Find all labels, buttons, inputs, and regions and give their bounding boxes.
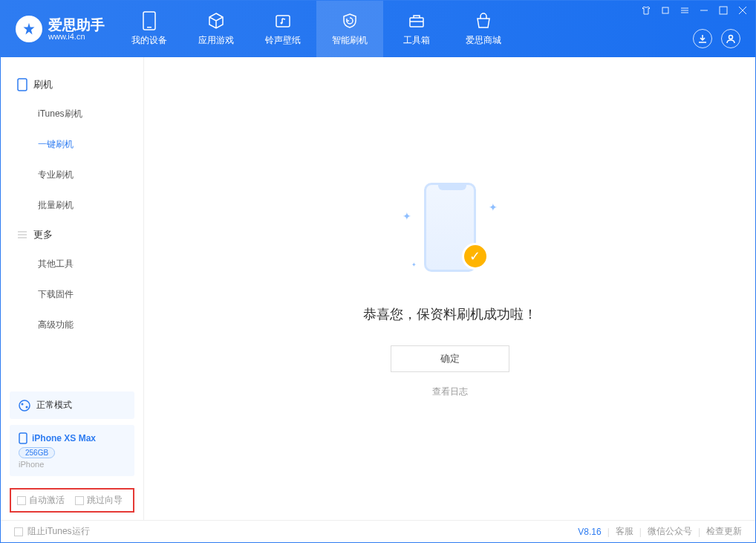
block-itunes-checkbox[interactable]: 阻止iTunes运行 <box>14 525 90 538</box>
menu-icon[interactable] <box>680 5 690 16</box>
mode-card[interactable]: 正常模式 <box>10 391 134 419</box>
tab-ringtones[interactable]: 铃声壁纸 <box>250 1 316 57</box>
svg-rect-5 <box>662 7 668 13</box>
sidebar-item-advanced[interactable]: 高级功能 <box>1 310 143 340</box>
svg-rect-2 <box>276 16 290 27</box>
tab-apps-games[interactable]: 应用游戏 <box>183 1 250 57</box>
header-actions <box>693 29 740 48</box>
svg-rect-8 <box>18 79 27 91</box>
app-url: www.i4.cn <box>48 32 105 41</box>
customer-service-link[interactable]: 客服 <box>616 525 633 538</box>
sidebar-item-itunes-flash[interactable]: iTunes刷机 <box>1 99 143 129</box>
tab-store[interactable]: 爱思商城 <box>450 1 517 57</box>
svg-point-11 <box>26 406 28 408</box>
maximize-icon[interactable] <box>718 5 729 16</box>
view-log-link[interactable]: 查看日志 <box>432 386 468 398</box>
svg-rect-4 <box>410 18 423 27</box>
success-illustration: ✦ ✦ ✦ ✓ <box>398 179 502 283</box>
header: 爱思助手 www.i4.cn 我的设备 应用游戏 铃声壁纸 智能刷机 工具箱 爱… <box>1 1 755 57</box>
sidebar-item-onekey-flash[interactable]: 一键刷机 <box>1 129 143 160</box>
device-name: iPhone XS Max <box>32 433 96 443</box>
nav-tabs: 我的设备 应用游戏 铃声壁纸 智能刷机 工具箱 爱思商城 <box>116 1 517 57</box>
sidebar-item-other-tools[interactable]: 其他工具 <box>1 249 143 279</box>
auto-activate-checkbox[interactable]: 自动激活 <box>17 494 65 507</box>
check-badge-icon: ✓ <box>462 243 489 270</box>
close-icon[interactable] <box>737 5 748 16</box>
mode-label: 正常模式 <box>36 399 72 412</box>
device-card[interactable]: iPhone XS Max 256GB iPhone <box>10 425 134 476</box>
ok-button[interactable]: 确定 <box>391 345 509 372</box>
refresh-shield-icon <box>341 12 359 30</box>
device-type: iPhone <box>19 460 126 469</box>
logo-icon <box>16 16 42 42</box>
tab-my-device[interactable]: 我的设备 <box>116 1 183 57</box>
success-message: 恭喜您，保资料刷机成功啦！ <box>363 305 537 323</box>
mode-icon <box>19 400 30 412</box>
sidebar-item-pro-flash[interactable]: 专业刷机 <box>1 160 143 190</box>
svg-rect-6 <box>720 7 727 14</box>
logo[interactable]: 爱思助手 www.i4.cn <box>1 16 116 42</box>
svg-rect-1 <box>147 27 151 28</box>
pin-icon[interactable] <box>660 5 671 16</box>
wechat-link[interactable]: 微信公众号 <box>648 525 692 538</box>
device-storage: 256GB <box>19 447 55 458</box>
tab-smart-flash[interactable]: 智能刷机 <box>316 1 383 57</box>
user-icon[interactable] <box>721 29 740 48</box>
minimize-icon[interactable] <box>699 5 709 16</box>
cube-icon <box>207 12 225 30</box>
device-icon <box>19 432 27 444</box>
window-controls <box>641 5 748 16</box>
sidebar-item-batch-flash[interactable]: 批量刷机 <box>1 190 143 221</box>
svg-point-9 <box>19 400 30 411</box>
store-icon <box>475 12 492 30</box>
svg-point-3 <box>281 22 283 24</box>
sidebar-group-flash: 刷机 <box>1 71 143 99</box>
footer: 阻止iTunes运行 V8.16 | 客服 | 微信公众号 | 检查更新 <box>1 520 755 542</box>
download-icon[interactable] <box>693 29 712 48</box>
phone-icon <box>17 78 27 91</box>
toolbox-icon <box>408 12 426 30</box>
skip-guide-checkbox[interactable]: 跳过向导 <box>75 494 123 507</box>
device-icon <box>140 12 158 30</box>
app-name: 爱思助手 <box>48 18 105 32</box>
sidebar-item-download-firmware[interactable]: 下载固件 <box>1 279 143 310</box>
svg-point-7 <box>729 36 733 39</box>
music-folder-icon <box>274 12 292 30</box>
shirt-icon[interactable] <box>641 5 651 16</box>
options-row: 自动激活 跳过向导 <box>10 488 134 513</box>
check-update-link[interactable]: 检查更新 <box>706 525 742 538</box>
sidebar-group-more: 更多 <box>1 221 143 249</box>
tab-toolbox[interactable]: 工具箱 <box>383 1 450 57</box>
version-label[interactable]: V8.16 <box>578 527 601 537</box>
svg-rect-12 <box>19 433 27 443</box>
main-content: ✦ ✦ ✦ ✓ 恭喜您，保资料刷机成功啦！ 确定 查看日志 <box>144 57 755 520</box>
sidebar: 刷机 iTunes刷机 一键刷机 专业刷机 批量刷机 更多 其他工具 下载固件 … <box>1 57 144 520</box>
list-icon <box>17 230 27 240</box>
svg-point-10 <box>22 403 24 405</box>
